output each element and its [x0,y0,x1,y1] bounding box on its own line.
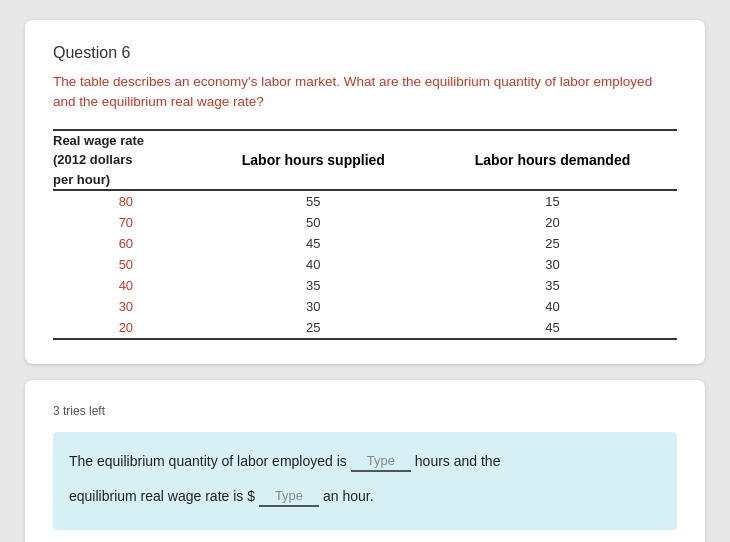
wage-cell: 60 [53,233,199,254]
line2-after-text: an hour. [323,481,374,512]
line1-after-text: hours and the [415,446,501,477]
answer-line-2: equilibrium real wage rate is $ an hour. [69,481,661,512]
table-header-row: Real wage rate(2012 dollarsper hour) Lab… [53,130,677,191]
labor-table: Real wage rate(2012 dollarsper hour) Lab… [53,129,677,341]
demanded-cell: 20 [428,212,677,233]
table-row: 805515 [53,190,677,212]
wage-rate-input[interactable] [259,486,319,507]
wage-cell: 50 [53,254,199,275]
question-text: The table describes an economy's labor m… [53,72,677,113]
wage-cell: 20 [53,317,199,339]
table-row: 705020 [53,212,677,233]
table-row: 303040 [53,296,677,317]
supplied-cell: 35 [199,275,428,296]
supplied-cell: 40 [199,254,428,275]
demanded-cell: 25 [428,233,677,254]
col-supplied-header: Labor hours supplied [199,130,428,191]
demanded-cell: 40 [428,296,677,317]
question-title: Question 6 [53,44,677,62]
wage-cell: 30 [53,296,199,317]
wage-cell: 80 [53,190,199,212]
supplied-cell: 30 [199,296,428,317]
question-card: Question 6 The table describes an econom… [25,20,705,364]
demanded-cell: 30 [428,254,677,275]
wage-cell: 40 [53,275,199,296]
supplied-cell: 50 [199,212,428,233]
supplied-cell: 55 [199,190,428,212]
answer-line-1: The equilibrium quantity of labor employ… [69,446,661,477]
table-row: 504030 [53,254,677,275]
table-row: 403535 [53,275,677,296]
demanded-cell: 35 [428,275,677,296]
col-demanded-header: Labor hours demanded [428,130,677,191]
supplied-cell: 25 [199,317,428,339]
demanded-cell: 45 [428,317,677,339]
demanded-cell: 15 [428,190,677,212]
labor-table-container: Real wage rate(2012 dollarsper hour) Lab… [53,129,677,341]
line1-before-text: The equilibrium quantity of labor employ… [69,446,347,477]
table-row: 604525 [53,233,677,254]
quantity-input[interactable] [351,451,411,472]
answer-block: The equilibrium quantity of labor employ… [53,432,677,530]
line2-before-text: equilibrium real wage rate is $ [69,481,255,512]
tries-label: 3 tries left [53,404,677,418]
answer-card: 3 tries left The equilibrium quantity of… [25,380,705,542]
supplied-cell: 45 [199,233,428,254]
table-row: 202545 [53,317,677,339]
col-wage-header: Real wage rate(2012 dollarsper hour) [53,130,199,191]
wage-cell: 70 [53,212,199,233]
